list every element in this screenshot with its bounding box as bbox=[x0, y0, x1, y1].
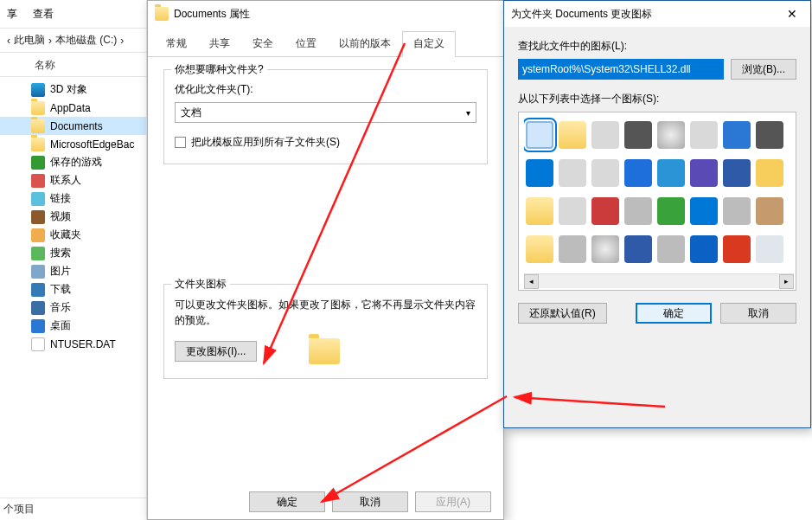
scroll-left-button[interactable]: ◂ bbox=[524, 274, 539, 289]
cancel-button[interactable]: 取消 bbox=[332, 491, 408, 512]
icon-option-20[interactable] bbox=[657, 197, 685, 225]
column-header-name[interactable]: 名称 bbox=[0, 53, 146, 77]
icon-option-24[interactable] bbox=[526, 235, 553, 263]
button-label: 确定 bbox=[663, 306, 684, 321]
file-item-NTUSER.DAT[interactable]: NTUSER.DAT bbox=[0, 335, 146, 353]
icon-option-0[interactable] bbox=[526, 121, 553, 149]
icon-option-16[interactable] bbox=[526, 197, 553, 225]
icon-option-27[interactable] bbox=[624, 235, 652, 263]
file-item-链接[interactable]: 链接 bbox=[0, 189, 146, 208]
icon-option-26[interactable] bbox=[591, 235, 619, 263]
button-label: 取消 bbox=[360, 495, 380, 510]
file-item-桌面[interactable]: 桌面 bbox=[0, 317, 146, 335]
file-item-label: 3D 对象 bbox=[50, 82, 87, 97]
icon-option-19[interactable] bbox=[624, 197, 652, 225]
file-item-音乐[interactable]: 音乐 bbox=[0, 299, 146, 317]
button-label: 确定 bbox=[277, 495, 297, 510]
file-item-搜索[interactable]: 搜索 bbox=[0, 244, 146, 262]
icon-option-9[interactable] bbox=[559, 159, 586, 187]
icon-option-7[interactable] bbox=[756, 121, 783, 149]
chevron-down-icon: ▾ bbox=[466, 108, 470, 118]
icon-option-8[interactable] bbox=[526, 159, 553, 187]
file-item-AppData[interactable]: AppData bbox=[0, 99, 146, 117]
input-value: ystemRoot%\System32\SHELL32.dll bbox=[522, 63, 691, 75]
icon-option-5[interactable] bbox=[690, 121, 718, 149]
dialog-title: 为文件夹 Documents 更改图标 bbox=[511, 7, 652, 22]
icon-option-3[interactable] bbox=[624, 121, 652, 149]
apply-button[interactable]: 应用(A) bbox=[415, 491, 491, 512]
tab-安全[interactable]: 安全 bbox=[241, 31, 285, 57]
icon-path-input[interactable]: ystemRoot%\System32\SHELL32.dll bbox=[518, 59, 724, 80]
horizontal-scrollbar[interactable]: ◂ ▸ bbox=[524, 273, 794, 288]
search-icon bbox=[31, 247, 45, 260]
cancel-button[interactable]: 取消 bbox=[720, 303, 796, 324]
icon-option-15[interactable] bbox=[756, 159, 783, 187]
folder-icon bbox=[31, 119, 45, 133]
file-item-3D 对象[interactable]: 3D 对象 bbox=[0, 80, 146, 99]
icon-option-22[interactable] bbox=[723, 197, 751, 225]
icon-option-14[interactable] bbox=[723, 159, 751, 187]
breadcrumb-drive[interactable]: 本地磁盘 (C:) bbox=[55, 33, 117, 48]
file-item-label: 视频 bbox=[50, 209, 71, 224]
optimize-combo[interactable]: 文档 ▾ bbox=[175, 102, 476, 123]
icon-option-1[interactable] bbox=[559, 121, 586, 149]
change-icon-button[interactable]: 更改图标(I)... bbox=[175, 341, 257, 362]
breadcrumb-back[interactable]: ‹ bbox=[7, 35, 10, 47]
icon-option-13[interactable] bbox=[690, 159, 718, 187]
dialog-title: Documents 属性 bbox=[174, 7, 250, 22]
dialog-button-row: 还原默认值(R) 确定 取消 bbox=[504, 291, 810, 336]
tab-自定义[interactable]: 自定义 bbox=[402, 31, 456, 57]
status-text: 个项目 bbox=[3, 502, 35, 517]
button-label: 更改图标(I)... bbox=[186, 344, 246, 359]
icon-option-10[interactable] bbox=[591, 159, 619, 187]
restore-defaults-button[interactable]: 还原默认值(R) bbox=[518, 303, 607, 324]
titlebar[interactable]: Documents 属性 bbox=[148, 1, 503, 27]
fav-icon bbox=[31, 228, 45, 242]
apply-subfolders-row[interactable]: 把此模板应用到所有子文件夹(S) bbox=[175, 135, 476, 150]
3d-icon bbox=[31, 83, 45, 97]
icon-option-12[interactable] bbox=[657, 159, 685, 187]
icon-option-6[interactable] bbox=[723, 121, 751, 149]
file-item-联系人[interactable]: 联系人 bbox=[0, 171, 146, 189]
icon-option-31[interactable] bbox=[756, 235, 783, 263]
icon-option-2[interactable] bbox=[591, 121, 619, 149]
file-item-MicrosoftEdgeBac[interactable]: MicrosoftEdgeBac bbox=[0, 135, 146, 153]
button-label: 应用(A) bbox=[436, 495, 470, 510]
titlebar[interactable]: 为文件夹 Documents 更改图标 ✕ bbox=[504, 1, 810, 27]
icon-option-17[interactable] bbox=[559, 197, 586, 225]
file-item-label: NTUSER.DAT bbox=[50, 338, 116, 350]
tab-常规[interactable]: 常规 bbox=[155, 31, 198, 57]
file-item-下载[interactable]: 下载 bbox=[0, 280, 146, 299]
breadcrumb-this-pc[interactable]: 此电脑 bbox=[14, 33, 45, 48]
icon-option-30[interactable] bbox=[723, 235, 751, 263]
file-item-Documents[interactable]: Documents bbox=[0, 117, 146, 135]
icon-option-25[interactable] bbox=[559, 235, 586, 263]
file-item-收藏夹[interactable]: 收藏夹 bbox=[0, 226, 146, 244]
apply-subfolders-label: 把此模板应用到所有子文件夹(S) bbox=[191, 135, 340, 150]
file-item-label: 搜索 bbox=[50, 246, 71, 260]
icon-option-28[interactable] bbox=[657, 235, 685, 263]
tab-以前的版本[interactable]: 以前的版本 bbox=[328, 31, 402, 57]
icon-option-21[interactable] bbox=[690, 197, 718, 225]
browse-button[interactable]: 浏览(B)... bbox=[731, 59, 796, 80]
file-item-label: 下载 bbox=[50, 282, 71, 297]
icon-option-18[interactable] bbox=[591, 197, 619, 225]
icon-option-11[interactable] bbox=[624, 159, 652, 187]
icon-option-23[interactable] bbox=[756, 197, 783, 225]
ok-button[interactable]: 确定 bbox=[636, 303, 712, 324]
close-button[interactable]: ✕ bbox=[781, 4, 803, 23]
icon-grid[interactable] bbox=[524, 118, 794, 273]
breadcrumb[interactable]: ‹ 此电脑 › 本地磁盘 (C:) › bbox=[0, 29, 146, 53]
icon-option-4[interactable] bbox=[657, 121, 685, 149]
file-item-图片[interactable]: 图片 bbox=[0, 262, 146, 280]
checkbox[interactable] bbox=[175, 137, 186, 148]
icon-option-29[interactable] bbox=[690, 235, 718, 263]
tab-位置[interactable]: 位置 bbox=[285, 31, 328, 57]
ribbon-view[interactable]: 查看 bbox=[33, 7, 54, 22]
file-item-视频[interactable]: 视频 bbox=[0, 208, 146, 226]
ok-button[interactable]: 确定 bbox=[249, 491, 325, 512]
file-item-保存的游戏[interactable]: 保存的游戏 bbox=[0, 153, 146, 171]
ribbon-share[interactable]: 享 bbox=[7, 7, 17, 22]
tab-共享[interactable]: 共享 bbox=[198, 31, 241, 57]
scroll-right-button[interactable]: ▸ bbox=[779, 274, 794, 289]
